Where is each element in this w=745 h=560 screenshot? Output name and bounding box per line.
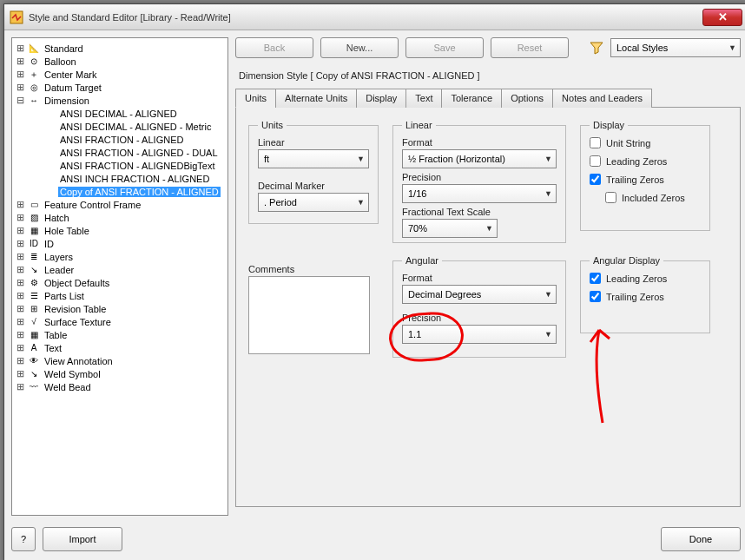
tab-display[interactable]: Display bbox=[356, 89, 406, 108]
tree-item[interactable]: ANSI DECIMAL - ALIGNED bbox=[14, 107, 226, 120]
tree-item[interactable]: ⊞⊙Balloon bbox=[14, 55, 226, 68]
display-legend: Display bbox=[590, 120, 628, 130]
decimal-marker-label: Decimal Marker bbox=[258, 181, 369, 191]
tree-item[interactable]: ⊟↔Dimension bbox=[14, 94, 226, 107]
linear-format-combo[interactable]: ½ Fraction (Horizontal)▼ bbox=[402, 149, 557, 168]
included-zeros-check[interactable]: Included Zeros bbox=[605, 192, 701, 203]
tree-item[interactable]: ANSI FRACTION - ALIGNED bbox=[14, 133, 226, 146]
tree-item[interactable]: ⊞📐Standard bbox=[14, 42, 226, 55]
tree-item[interactable]: Copy of ANSI FRACTION - ALIGNED bbox=[14, 185, 226, 198]
units-legend: Units bbox=[258, 120, 287, 130]
tree-item[interactable]: ⊞☰Parts List bbox=[14, 289, 226, 302]
done-button[interactable]: Done bbox=[661, 527, 741, 551]
tree-item[interactable]: ⊞⚙Object Defaults bbox=[14, 276, 226, 289]
tree-item[interactable]: ⊞AText bbox=[14, 341, 226, 354]
tx-icon: A bbox=[27, 342, 41, 354]
back-button[interactable]: Back bbox=[235, 37, 313, 58]
fractional-scale-combo[interactable]: 70%▼ bbox=[402, 219, 498, 238]
tree-item[interactable]: ⊞▨Hatch bbox=[14, 211, 226, 224]
app-icon bbox=[10, 10, 23, 24]
comments-label: Comments bbox=[248, 264, 370, 274]
titlebar: Style and Standard Editor [Library - Rea… bbox=[4, 4, 745, 30]
tree-item[interactable]: ⊞▦Hole Table bbox=[14, 224, 226, 237]
close-button[interactable]: ✕ bbox=[702, 9, 742, 26]
window-title: Style and Standard Editor [Library - Rea… bbox=[29, 12, 231, 23]
comments-textarea[interactable] bbox=[248, 276, 370, 354]
tree-item[interactable]: ANSI FRACTION - ALIGNEDBigText bbox=[14, 159, 226, 172]
tab-alternate-units[interactable]: Alternate Units bbox=[275, 89, 357, 108]
reset-button[interactable]: Reset bbox=[491, 37, 569, 58]
units-group: Units Linear ft▼ Decimal Marker . Period… bbox=[248, 120, 379, 224]
std-icon: 📐 bbox=[27, 43, 41, 55]
angular-group: Angular Format Decimal Degrees▼ Precisio… bbox=[392, 255, 566, 358]
linear-legend: Linear bbox=[402, 120, 436, 130]
tree-item[interactable]: ⊞√Surface Texture bbox=[14, 315, 226, 328]
chevron-down-icon: ▼ bbox=[729, 43, 736, 52]
bal-icon: ⊙ bbox=[27, 56, 41, 68]
help-button[interactable]: ? bbox=[11, 527, 36, 551]
tree-item[interactable]: ⊞▦Table bbox=[14, 328, 226, 341]
annotation-arrow bbox=[585, 323, 620, 427]
tree-item[interactable]: ⊞＋Center Mark bbox=[14, 68, 226, 81]
linear-format-label: Format bbox=[402, 137, 557, 148]
tree-item[interactable]: ANSI DECIMAL - ALIGNED - Metric bbox=[14, 120, 226, 133]
leading-zeros-check[interactable]: Leading Zeros bbox=[590, 155, 701, 167]
angular-display-legend: Angular Display bbox=[590, 255, 663, 266]
linear-precision-combo[interactable]: 1/16▼ bbox=[402, 184, 557, 203]
ht-icon: ▦ bbox=[27, 225, 41, 237]
tree-item[interactable]: ⊞👁View Annotation bbox=[14, 354, 226, 367]
angular-display-group: Angular Display Leading Zeros Trailing Z… bbox=[580, 255, 710, 333]
tree-item[interactable]: ⊞〰Weld Bead bbox=[14, 380, 226, 393]
pl-icon: ☰ bbox=[27, 290, 41, 302]
angular-precision-label: Precision bbox=[402, 313, 557, 323]
fcf-icon: ▭ bbox=[27, 199, 41, 211]
tree-item[interactable]: ANSI INCH FRACTION - ALIGNED bbox=[14, 172, 226, 185]
filter-value: Local Styles bbox=[616, 43, 668, 53]
dim-icon: ↔ bbox=[27, 95, 41, 107]
comments-group: Comments bbox=[248, 264, 370, 356]
angular-format-label: Format bbox=[402, 273, 557, 283]
tree-item[interactable]: ⊞▭Feature Control Frame bbox=[14, 198, 226, 211]
decimal-marker-combo[interactable]: . Period▼ bbox=[258, 193, 369, 212]
tree-item[interactable]: ⊞↘Leader bbox=[14, 263, 226, 276]
angular-leading-check[interactable]: Leading Zeros bbox=[590, 273, 701, 284]
id-icon: ID bbox=[27, 238, 41, 250]
filter-combo[interactable]: Local Styles ▼ bbox=[610, 38, 741, 57]
tab-notes-and-leaders[interactable]: Notes and Leaders bbox=[552, 89, 652, 108]
tree-item[interactable]: ANSI FRACTION - ALIGNED - DUAL bbox=[14, 146, 226, 159]
hat-icon: ▨ bbox=[27, 212, 41, 224]
tree-item[interactable]: ⊞IDID bbox=[14, 237, 226, 250]
cm-icon: ＋ bbox=[27, 69, 41, 81]
od-icon: ⚙ bbox=[27, 277, 41, 289]
filter-icon[interactable] bbox=[590, 41, 603, 55]
tab-units[interactable]: Units bbox=[235, 89, 276, 108]
va-icon: 👁 bbox=[27, 355, 41, 367]
angular-trailing-check[interactable]: Trailing Zeros bbox=[590, 291, 701, 302]
trailing-zeros-check[interactable]: Trailing Zeros bbox=[590, 174, 701, 185]
dt-icon: ◎ bbox=[27, 82, 41, 94]
style-tree[interactable]: ⊞📐Standard⊞⊙Balloon⊞＋Center Mark⊞◎Datum … bbox=[11, 37, 228, 516]
tab-tolerance[interactable]: Tolerance bbox=[441, 89, 502, 108]
linear-group: Linear Format ½ Fraction (Horizontal)▼ P… bbox=[392, 120, 566, 243]
angular-precision-combo[interactable]: 1.1▼ bbox=[402, 325, 557, 344]
tab-text[interactable]: Text bbox=[405, 89, 442, 108]
new-button[interactable]: New... bbox=[320, 37, 399, 58]
angular-format-combo[interactable]: Decimal Degrees▼ bbox=[402, 285, 557, 304]
lay-icon: ≣ bbox=[27, 251, 41, 263]
st-icon: √ bbox=[27, 316, 41, 328]
import-button[interactable]: Import bbox=[43, 527, 122, 551]
ldr-icon: ↘ bbox=[27, 264, 41, 276]
linear-label: Linear bbox=[258, 137, 369, 148]
ws-icon: ↘ bbox=[27, 368, 41, 380]
rt-icon: ⊞ bbox=[27, 303, 41, 315]
save-button[interactable]: Save bbox=[405, 37, 484, 58]
tab-options[interactable]: Options bbox=[501, 89, 553, 108]
tree-item[interactable]: ⊞↘Weld Symbol bbox=[14, 367, 226, 380]
unit-string-check[interactable]: Unit String bbox=[590, 137, 701, 148]
tree-item[interactable]: ⊞⊞Revision Table bbox=[14, 302, 226, 315]
tree-item[interactable]: ⊞◎Datum Target bbox=[14, 81, 226, 94]
tree-item[interactable]: ⊞≣Layers bbox=[14, 250, 226, 263]
style-heading: Dimension Style [ Copy of ANSI FRACTION … bbox=[239, 70, 741, 81]
linear-units-combo[interactable]: ft▼ bbox=[258, 149, 369, 168]
fractional-scale-label: Fractional Text Scale bbox=[402, 207, 557, 217]
